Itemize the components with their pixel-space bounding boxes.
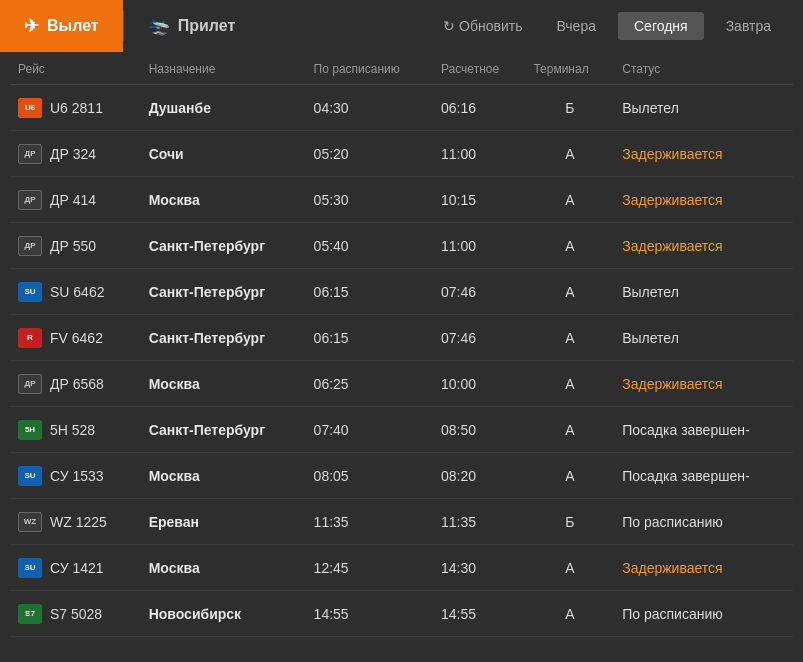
cell-estimated: 06:16 bbox=[433, 85, 525, 131]
table-row[interactable]: SUСУ 1533Москва08:0508:20АПосадка заверш… bbox=[10, 453, 793, 499]
flight-number: ДР 550 bbox=[50, 238, 96, 254]
cell-status: По расписанию bbox=[614, 591, 793, 637]
tab-departure[interactable]: ✈ Вылет bbox=[0, 0, 123, 52]
cell-estimated: 11:00 bbox=[433, 131, 525, 177]
flight-number: ДР 414 bbox=[50, 192, 96, 208]
cell-estimated: 10:15 bbox=[433, 177, 525, 223]
cell-status: Задерживается bbox=[614, 545, 793, 591]
flight-number: SU 6462 bbox=[50, 284, 104, 300]
table-row[interactable]: ДРДР 550Санкт-Петербург05:4011:00АЗадерж… bbox=[10, 223, 793, 269]
cell-scheduled: 05:40 bbox=[306, 223, 433, 269]
today-button[interactable]: Сегодня bbox=[618, 12, 704, 40]
table-row[interactable]: S7S7 5028Новосибирск14:5514:55АПо распис… bbox=[10, 591, 793, 637]
cell-status: Вылетел bbox=[614, 269, 793, 315]
flight-number: СУ 1421 bbox=[50, 560, 104, 576]
cell-destination: Санкт-Петербург bbox=[141, 315, 306, 361]
cell-destination: Москва bbox=[141, 177, 306, 223]
cell-flight: 5H5H 528 bbox=[10, 407, 141, 453]
cell-scheduled: 04:30 bbox=[306, 85, 433, 131]
cell-flight: ДРДР 550 bbox=[10, 223, 141, 269]
cell-terminal: А bbox=[525, 453, 614, 499]
cell-destination: Санкт-Петербург bbox=[141, 407, 306, 453]
col-status: Статус bbox=[614, 52, 793, 85]
cell-terminal: Б bbox=[525, 499, 614, 545]
cell-destination: Москва bbox=[141, 545, 306, 591]
cell-estimated: 14:30 bbox=[433, 545, 525, 591]
tab-arrival[interactable]: 🛬 Прилет bbox=[124, 0, 260, 52]
cell-flight: U6U6 2811 bbox=[10, 85, 141, 131]
cell-estimated: 11:00 bbox=[433, 223, 525, 269]
header-actions: ↻ Обновить Вчера Сегодня Завтра bbox=[431, 12, 803, 40]
table-row[interactable]: 5H5H 528Санкт-Петербург07:4008:50АПосадк… bbox=[10, 407, 793, 453]
airline-icon: ДР bbox=[18, 144, 42, 164]
cell-status: Вылетел bbox=[614, 85, 793, 131]
cell-scheduled: 05:20 bbox=[306, 131, 433, 177]
table-row[interactable]: WZWZ 1225Ереван11:3511:35БПо расписанию bbox=[10, 499, 793, 545]
header: ✈ Вылет 🛬 Прилет ↻ Обновить Вчера Сегодн… bbox=[0, 0, 803, 52]
flights-table-container: Рейс Назначение По расписанию Расчетное … bbox=[0, 52, 803, 647]
departure-icon: ✈ bbox=[24, 15, 39, 37]
refresh-button[interactable]: ↻ Обновить bbox=[431, 12, 534, 40]
flight-number: ДР 324 bbox=[50, 146, 96, 162]
cell-scheduled: 06:15 bbox=[306, 315, 433, 361]
airline-icon: WZ bbox=[18, 512, 42, 532]
flights-table: Рейс Назначение По расписанию Расчетное … bbox=[10, 52, 793, 637]
flight-number: WZ 1225 bbox=[50, 514, 107, 530]
flight-number: 5H 528 bbox=[50, 422, 95, 438]
table-row[interactable]: U6U6 2811Душанбе04:3006:16БВылетел bbox=[10, 85, 793, 131]
cell-terminal: А bbox=[525, 407, 614, 453]
refresh-label: Обновить bbox=[459, 18, 522, 34]
arrival-icon: 🛬 bbox=[148, 15, 170, 37]
cell-scheduled: 08:05 bbox=[306, 453, 433, 499]
cell-estimated: 07:46 bbox=[433, 269, 525, 315]
cell-destination: Москва bbox=[141, 361, 306, 407]
yesterday-button[interactable]: Вчера bbox=[540, 12, 612, 40]
airline-icon: R bbox=[18, 328, 42, 348]
cell-flight: RFV 6462 bbox=[10, 315, 141, 361]
tomorrow-button[interactable]: Завтра bbox=[710, 12, 787, 40]
airline-icon: SU bbox=[18, 282, 42, 302]
table-row[interactable]: ДРДР 324Сочи05:2011:00АЗадерживается bbox=[10, 131, 793, 177]
cell-estimated: 08:50 bbox=[433, 407, 525, 453]
table-row[interactable]: ДРДР 414Москва05:3010:15АЗадерживается bbox=[10, 177, 793, 223]
cell-status: Вылетел bbox=[614, 315, 793, 361]
flight-number: FV 6462 bbox=[50, 330, 103, 346]
cell-terminal: А bbox=[525, 269, 614, 315]
cell-destination: Душанбе bbox=[141, 85, 306, 131]
cell-estimated: 11:35 bbox=[433, 499, 525, 545]
refresh-icon: ↻ bbox=[443, 18, 455, 34]
cell-scheduled: 11:35 bbox=[306, 499, 433, 545]
cell-flight: SUSU 6462 bbox=[10, 269, 141, 315]
cell-status: Задерживается bbox=[614, 131, 793, 177]
cell-estimated: 10:00 bbox=[433, 361, 525, 407]
airline-icon: 5H bbox=[18, 420, 42, 440]
airline-icon: SU bbox=[18, 466, 42, 486]
cell-status: Посадка завершен- bbox=[614, 453, 793, 499]
cell-status: Задерживается bbox=[614, 177, 793, 223]
table-row[interactable]: SUSU 6462Санкт-Петербург06:1507:46АВылет… bbox=[10, 269, 793, 315]
cell-flight: SUСУ 1533 bbox=[10, 453, 141, 499]
col-estimated: Расчетное bbox=[433, 52, 525, 85]
cell-scheduled: 06:15 bbox=[306, 269, 433, 315]
cell-terminal: А bbox=[525, 315, 614, 361]
flight-number: ДР 6568 bbox=[50, 376, 104, 392]
cell-scheduled: 07:40 bbox=[306, 407, 433, 453]
airline-icon: ДР bbox=[18, 236, 42, 256]
cell-status: Задерживается bbox=[614, 361, 793, 407]
col-flight: Рейс bbox=[10, 52, 141, 85]
table-header-row: Рейс Назначение По расписанию Расчетное … bbox=[10, 52, 793, 85]
airline-icon: ДР bbox=[18, 190, 42, 210]
tab-arrival-label: Прилет bbox=[178, 17, 236, 35]
cell-scheduled: 12:45 bbox=[306, 545, 433, 591]
table-row[interactable]: SUСУ 1421Москва12:4514:30АЗадерживается bbox=[10, 545, 793, 591]
table-row[interactable]: ДРДР 6568Москва06:2510:00АЗадерживается bbox=[10, 361, 793, 407]
table-row[interactable]: RFV 6462Санкт-Петербург06:1507:46АВылете… bbox=[10, 315, 793, 361]
cell-estimated: 07:46 bbox=[433, 315, 525, 361]
airline-icon: U6 bbox=[18, 98, 42, 118]
tab-departure-label: Вылет bbox=[47, 17, 99, 35]
cell-flight: ДРДР 414 bbox=[10, 177, 141, 223]
col-terminal: Терминал bbox=[525, 52, 614, 85]
cell-destination: Сочи bbox=[141, 131, 306, 177]
cell-terminal: А bbox=[525, 361, 614, 407]
cell-destination: Москва bbox=[141, 453, 306, 499]
